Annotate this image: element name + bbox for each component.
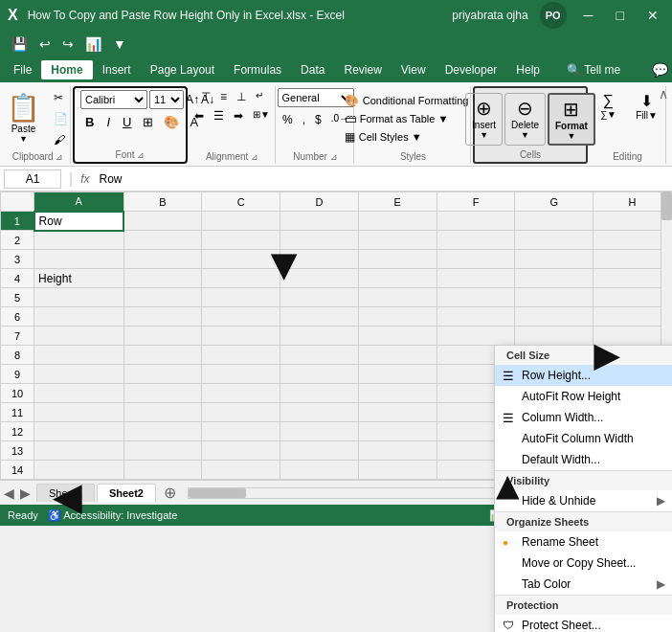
autosum-btn[interactable]: ∑ ∑▼ bbox=[591, 88, 627, 124]
delete-cell-btn[interactable]: ⊖ Delete ▼ bbox=[504, 93, 546, 146]
col-header-a[interactable]: A bbox=[34, 192, 123, 212]
cell-b7[interactable] bbox=[123, 327, 202, 346]
h-scrollbar-thumb[interactable] bbox=[189, 488, 246, 498]
cell-d3[interactable] bbox=[280, 250, 359, 269]
col-header-b[interactable]: B bbox=[123, 192, 202, 212]
cell-b5[interactable] bbox=[123, 288, 202, 307]
align-left-btn[interactable]: ⬅ bbox=[190, 107, 208, 124]
hide-unhide-item[interactable]: Hide & Unhide ▶ bbox=[495, 490, 672, 511]
cell-a12[interactable] bbox=[34, 422, 123, 441]
cell-a13[interactable] bbox=[34, 441, 123, 461]
cell-d14[interactable] bbox=[280, 461, 359, 480]
cell-e10[interactable] bbox=[358, 384, 437, 403]
cell-e1[interactable] bbox=[358, 212, 437, 231]
cell-c1[interactable] bbox=[202, 212, 280, 231]
add-sheet-button[interactable]: ⊕ bbox=[158, 484, 182, 502]
cell-d11[interactable] bbox=[280, 403, 359, 422]
cell-f1[interactable] bbox=[437, 212, 515, 231]
cell-g2[interactable] bbox=[515, 231, 594, 250]
formula-input[interactable] bbox=[98, 170, 669, 188]
menu-home[interactable]: Home bbox=[41, 60, 92, 79]
merge-btn[interactable]: ⊞▼ bbox=[249, 107, 274, 124]
align-right-btn[interactable]: ➡ bbox=[230, 107, 247, 124]
menu-developer[interactable]: Developer bbox=[436, 60, 507, 79]
cell-c3[interactable] bbox=[202, 250, 280, 269]
insert-cell-btn[interactable]: ⊕ Insert ▼ bbox=[465, 93, 503, 146]
cell-g5[interactable] bbox=[515, 288, 594, 307]
cell-e9[interactable] bbox=[358, 365, 437, 384]
undo-btn[interactable]: ↩ bbox=[35, 34, 55, 54]
cell-b12[interactable] bbox=[123, 422, 202, 441]
cell-a7[interactable] bbox=[34, 327, 123, 346]
col-header-e[interactable]: E bbox=[358, 192, 437, 212]
cell-c2[interactable] bbox=[202, 231, 280, 250]
cell-g1[interactable] bbox=[515, 212, 594, 231]
cell-c14[interactable] bbox=[202, 461, 280, 480]
sheet-nav-left[interactable]: ◀ bbox=[4, 485, 14, 501]
cell-e11[interactable] bbox=[358, 403, 437, 422]
cell-c9[interactable] bbox=[202, 365, 280, 384]
align-middle-btn[interactable]: ≡ bbox=[216, 88, 231, 105]
cell-c13[interactable] bbox=[202, 441, 280, 461]
cell-d5[interactable] bbox=[280, 288, 359, 307]
cell-a5[interactable] bbox=[34, 288, 123, 307]
cell-b13[interactable] bbox=[123, 441, 202, 461]
move-copy-sheet-item[interactable]: Move or Copy Sheet... bbox=[495, 553, 672, 574]
cell-a11[interactable] bbox=[34, 403, 123, 422]
menu-help[interactable]: Help bbox=[506, 60, 549, 79]
cell-b4[interactable] bbox=[123, 269, 202, 288]
cell-c8[interactable] bbox=[202, 346, 280, 365]
cell-e2[interactable] bbox=[358, 231, 437, 250]
cell-e7[interactable] bbox=[358, 327, 437, 346]
cell-e12[interactable] bbox=[358, 422, 437, 441]
cell-e13[interactable] bbox=[358, 441, 437, 461]
collapse-ribbon-btn[interactable]: ∧ bbox=[659, 86, 668, 102]
cell-f3[interactable] bbox=[437, 250, 515, 269]
align-center-btn[interactable]: ☰ bbox=[210, 107, 228, 124]
cell-b1[interactable] bbox=[123, 212, 202, 231]
cell-a4[interactable]: Height bbox=[34, 269, 123, 288]
cell-g6[interactable] bbox=[515, 307, 594, 327]
cell-a3[interactable] bbox=[34, 250, 123, 269]
underline-button[interactable]: U bbox=[118, 113, 136, 131]
cell-a9[interactable] bbox=[34, 365, 123, 384]
menu-file[interactable]: File bbox=[4, 60, 41, 79]
cell-f2[interactable] bbox=[437, 231, 515, 250]
cell-g4[interactable] bbox=[515, 269, 594, 288]
autofit-row-height-item[interactable]: AutoFit Row Height bbox=[495, 386, 672, 407]
paste-button[interactable]: 📋 Paste ▼ bbox=[0, 90, 47, 148]
comments-btn[interactable]: 💬 bbox=[652, 62, 668, 78]
percent-btn[interactable]: % bbox=[279, 111, 297, 128]
cell-a10[interactable] bbox=[34, 384, 123, 403]
cell-d10[interactable] bbox=[280, 384, 359, 403]
cell-c11[interactable] bbox=[202, 403, 280, 422]
cell-e8[interactable] bbox=[358, 346, 437, 365]
cell-e4[interactable] bbox=[358, 269, 437, 288]
cell-g7[interactable] bbox=[515, 327, 594, 346]
cell-d9[interactable] bbox=[280, 365, 359, 384]
cell-b2[interactable] bbox=[123, 231, 202, 250]
cell-d6[interactable] bbox=[280, 307, 359, 327]
col-header-g[interactable]: G bbox=[515, 192, 594, 212]
format-painter-button[interactable]: 🖌 bbox=[49, 130, 76, 149]
autofit-col-width-item[interactable]: AutoFit Column Width bbox=[495, 428, 672, 449]
customize-btn[interactable]: ▼ bbox=[109, 34, 130, 54]
font-size-select[interactable]: 11 bbox=[149, 90, 184, 109]
menu-tell-me[interactable]: 🔍 Tell me bbox=[557, 60, 630, 79]
cell-d2[interactable] bbox=[280, 231, 359, 250]
menu-insert[interactable]: Insert bbox=[93, 60, 141, 79]
cell-d13[interactable] bbox=[280, 441, 359, 461]
menu-page-layout[interactable]: Page Layout bbox=[141, 60, 224, 79]
col-header-d[interactable]: D bbox=[280, 192, 359, 212]
border-btn[interactable]: ⊞ bbox=[139, 114, 157, 130]
tab-color-item[interactable]: Tab Color ▶ bbox=[495, 574, 672, 595]
chart-btn[interactable]: 📊 bbox=[81, 34, 105, 54]
cell-f6[interactable] bbox=[437, 307, 515, 327]
close-button[interactable]: ✕ bbox=[641, 6, 664, 25]
cell-a14[interactable] bbox=[34, 461, 123, 480]
cell-f4[interactable] bbox=[437, 269, 515, 288]
cell-b8[interactable] bbox=[123, 346, 202, 365]
cell-d4[interactable] bbox=[280, 269, 359, 288]
font-family-select[interactable]: Calibri bbox=[80, 90, 147, 109]
cell-a2[interactable] bbox=[34, 231, 123, 250]
